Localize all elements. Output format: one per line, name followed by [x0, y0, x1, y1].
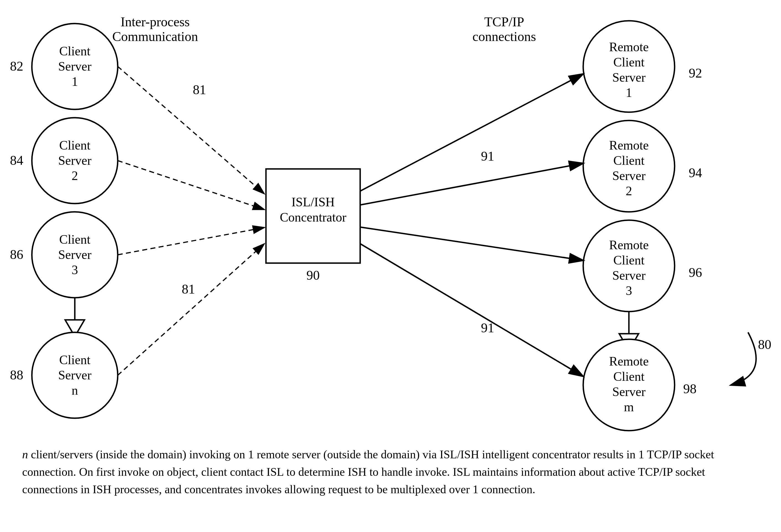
rs3-label3: Server	[612, 268, 646, 282]
ipc-label2: Communication	[112, 29, 198, 44]
rs2-label3: Server	[612, 169, 646, 183]
csn-number: 88	[10, 367, 23, 382]
concentrator-number: 90	[306, 268, 320, 282]
caption-body: client/servers (inside the domain) invok…	[22, 448, 714, 496]
ipc-label-81-top: 81	[193, 82, 206, 97]
caption-italic: n	[22, 448, 28, 461]
rs1-label2: Client	[613, 55, 645, 69]
ipc-label: Inter-process	[121, 14, 190, 29]
cs1-label: Client	[59, 44, 91, 58]
cs1-label2: Server	[58, 59, 91, 74]
tcp-label-91-bottom: 91	[481, 320, 494, 335]
concentrator-label2: Concentrator	[280, 210, 346, 224]
cs3-to-concentrator	[118, 228, 264, 255]
cs2-number: 84	[10, 153, 23, 168]
arrow-80-label: 80	[758, 337, 771, 352]
external-arrow-curve	[731, 332, 756, 385]
concentrator-to-rsm	[360, 244, 583, 376]
rs3-label1: Remote	[609, 238, 649, 252]
rs2-label4: 2	[626, 184, 632, 198]
cs1-number: 82	[10, 59, 23, 74]
tcp-label: TCP/IP	[484, 14, 524, 29]
csn-label3: n	[72, 383, 78, 397]
csn-label2: Server	[58, 368, 91, 382]
rs2-number: 94	[689, 165, 702, 180]
rsm-label2: Client	[613, 369, 645, 384]
rs1-label1: Remote	[609, 40, 649, 54]
rs3-label4: 3	[626, 283, 632, 298]
cs3-number: 86	[10, 247, 23, 262]
caption-text: n client/servers (inside the domain) inv…	[22, 446, 759, 498]
concentrator-to-rs2	[360, 163, 583, 205]
csn-label: Client	[59, 353, 91, 367]
cs3-label3: 3	[72, 263, 78, 277]
concentrator-label1: ISL/ISH	[291, 195, 335, 209]
rs3-label2: Client	[613, 253, 645, 267]
csn-to-concentrator	[118, 244, 264, 375]
rs2-label2: Client	[613, 153, 645, 168]
cs3-label2: Server	[58, 248, 91, 262]
rs1-number: 92	[689, 65, 702, 80]
rs3-number: 96	[689, 265, 702, 280]
rsm-label3: Server	[612, 385, 646, 399]
rs1-label3: Server	[612, 70, 646, 84]
rsm-number: 98	[683, 381, 697, 396]
rsm-label1: Remote	[609, 354, 649, 368]
rs1-label4: 1	[626, 86, 632, 100]
rs2-label1: Remote	[609, 138, 649, 152]
cs2-to-concentrator	[118, 161, 264, 209]
cs1-label3: 1	[72, 75, 78, 89]
cs2-label3: 2	[72, 169, 78, 183]
concentrator-to-rs1	[360, 74, 583, 191]
ipc-label-81-bottom: 81	[182, 282, 195, 296]
diagram-container: Inter-process Communication TCP/IP conne…	[0, 0, 781, 443]
tcp-label2: connections	[472, 29, 536, 44]
caption-area: n client/servers (inside the domain) inv…	[22, 446, 759, 498]
rsm-label4: m	[624, 400, 634, 414]
cs2-label2: Server	[58, 153, 91, 168]
concentrator-to-rs3	[360, 227, 583, 260]
cs3-label: Client	[59, 232, 91, 247]
cs1-to-concentrator	[118, 66, 264, 193]
cs2-label: Client	[59, 138, 91, 152]
tcp-label-91-top: 91	[481, 149, 494, 163]
